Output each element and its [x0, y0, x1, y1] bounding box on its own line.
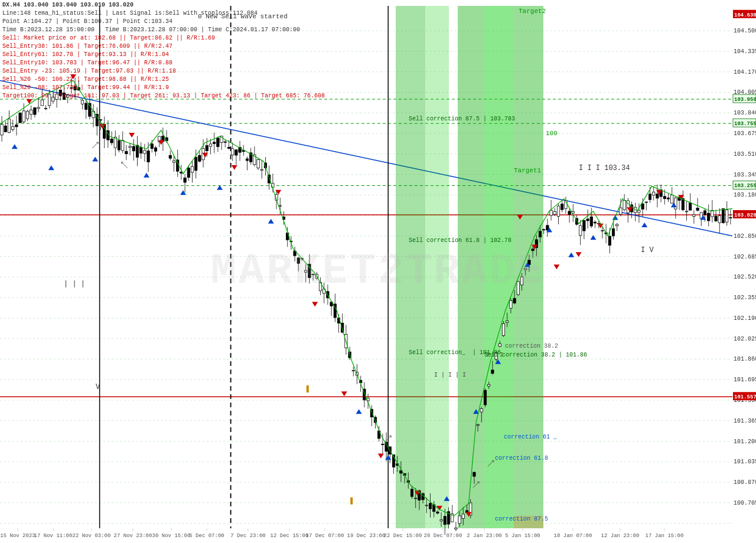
price-chart: [0, 0, 756, 543]
chart-container: DX.H4 103.040 103.040 103.010 103.020 Li…: [0, 0, 756, 543]
